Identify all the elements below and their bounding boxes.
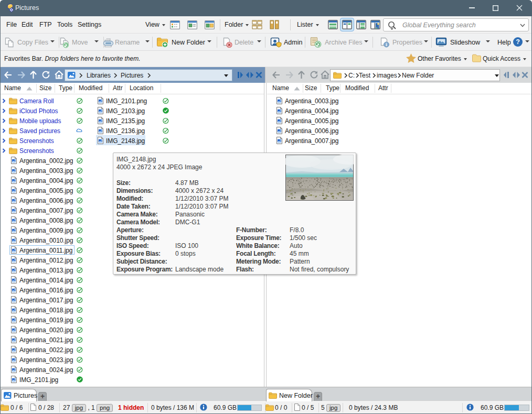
svg-text:?: ? [516, 38, 520, 46]
